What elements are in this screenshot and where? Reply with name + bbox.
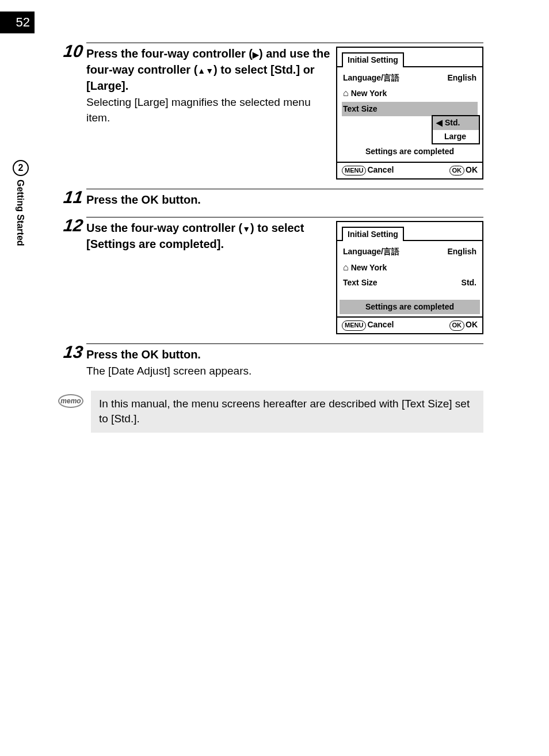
lcd-screen-b: Initial Setting Language/言語 English ⌂New… xyxy=(336,221,483,334)
label: Text Size xyxy=(343,277,378,289)
text-size-dropdown: ◀ Std. Large xyxy=(432,115,480,144)
row-language: Language/言語 English xyxy=(342,71,478,86)
screen-title-tab: Initial Setting xyxy=(342,227,404,242)
row-city: ⌂New York xyxy=(342,85,478,101)
right-triangle-icon: ▶ xyxy=(253,50,259,59)
left-triangle-icon: ◀ xyxy=(436,117,443,129)
step-13: 13 Press the OK button. The [Date Adjust… xyxy=(58,343,483,379)
home-icon: ⌂ xyxy=(343,87,349,100)
row-text-size: Text Size Std. xyxy=(342,276,478,291)
row-language: Language/言語 English xyxy=(342,245,478,259)
value: New York xyxy=(351,263,387,272)
step-11: 11 Press the OK button. xyxy=(58,189,483,208)
text: Press the four-way controller ( xyxy=(86,47,253,60)
value: English xyxy=(447,72,476,84)
option-label: Large xyxy=(444,131,466,143)
step-number: 10 xyxy=(56,43,87,60)
down-triangle-icon: ▼ xyxy=(205,66,214,75)
memo-text: In this manual, the menu screens hereaft… xyxy=(91,391,483,433)
ok-label: OK xyxy=(466,320,478,329)
screen-footer: MENUCancel OKOK xyxy=(337,162,482,176)
step-13-heading: Press the OK button. xyxy=(86,346,483,362)
ok-pill: OK xyxy=(449,166,465,175)
row-text-size-selected: Text Size xyxy=(342,102,478,117)
step-number: 12 xyxy=(56,217,87,234)
value: English xyxy=(447,246,476,258)
label: Language/言語 xyxy=(343,246,399,258)
screen-footer: MENUCancel OKOK xyxy=(337,316,482,331)
step-number: 11 xyxy=(56,189,87,206)
text: Use the four-way controller ( xyxy=(86,222,242,234)
cancel-label: Cancel xyxy=(367,165,394,174)
up-triangle-icon: ▲ xyxy=(197,66,205,75)
option-label: Std. xyxy=(445,117,460,129)
row-city: ⌂New York xyxy=(342,259,478,276)
value: New York xyxy=(351,89,387,98)
memo-icon: memo xyxy=(58,391,84,408)
content-area: 10 Press the four-way controller (▶) and… xyxy=(58,43,483,433)
cancel-label: Cancel xyxy=(367,320,394,329)
chapter-label: Getting Started xyxy=(15,180,25,246)
option-large: Large xyxy=(433,130,479,144)
step-10-heading: Press the four-way controller (▶) and us… xyxy=(86,45,330,94)
lcd-screen-a: Initial Setting Language/言語 English ⌂New… xyxy=(336,47,483,180)
row-completed: Settings are completed xyxy=(342,144,478,159)
memo-icon-label: memo xyxy=(58,394,83,408)
step-number: 13 xyxy=(56,343,87,361)
memo-block: memo In this manual, the menu screens he… xyxy=(58,391,483,433)
step-12: 12 Use the four-way controller (▼) to se… xyxy=(58,217,483,334)
menu-pill: MENU xyxy=(342,166,366,175)
row-completed-selected: Settings are completed xyxy=(340,300,480,315)
step-11-heading: Press the OK button. xyxy=(86,192,483,208)
screen-title-tab: Initial Setting xyxy=(342,52,404,67)
step-13-sub: The [Date Adjust] screen appears. xyxy=(86,364,483,379)
down-triangle-icon: ▼ xyxy=(242,224,250,234)
label: Language/言語 xyxy=(343,72,399,84)
page-number: 52 xyxy=(0,12,35,33)
chapter-side-tab: 2 Getting Started xyxy=(0,160,35,246)
menu-pill: MENU xyxy=(342,320,366,330)
home-icon: ⌂ xyxy=(343,261,349,274)
ok-pill: OK xyxy=(449,320,465,330)
label: Settings are completed xyxy=(365,146,454,158)
option-std-selected: ◀ Std. xyxy=(433,116,479,130)
step-10: 10 Press the four-way controller (▶) and… xyxy=(58,43,483,180)
label: Text Size xyxy=(343,104,378,115)
ok-label: OK xyxy=(466,165,478,174)
step-10-sub: Selecting [Large] magnifies the selected… xyxy=(86,95,330,125)
step-12-heading: Use the four-way controller (▼) to selec… xyxy=(86,220,330,252)
label: Settings are completed xyxy=(365,301,454,313)
value: Std. xyxy=(462,277,476,289)
chapter-number: 2 xyxy=(13,160,29,176)
